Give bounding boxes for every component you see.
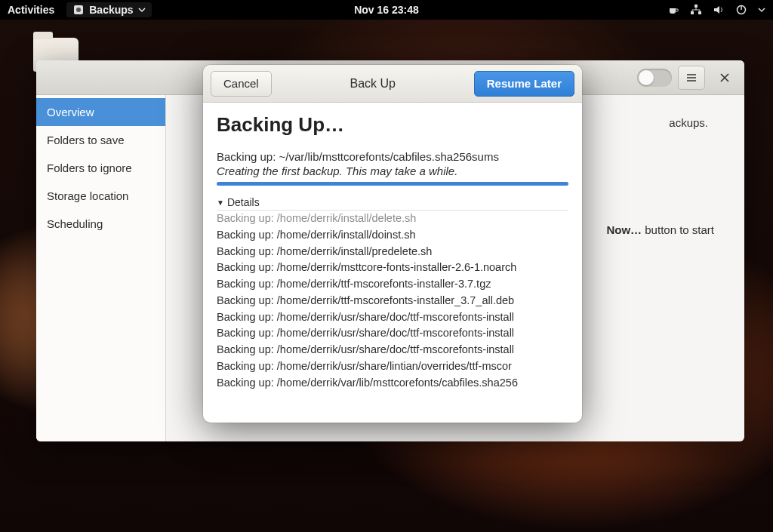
sidebar-item-overview[interactable]: Overview bbox=[36, 98, 165, 126]
sidebar-item-scheduling[interactable]: Scheduling bbox=[36, 210, 165, 238]
volume-icon bbox=[713, 4, 725, 16]
details-log[interactable]: Backing up: /home/derrik/install/delete.… bbox=[217, 210, 568, 415]
hamburger-menu-button[interactable] bbox=[678, 66, 705, 90]
log-line: Backing up: /home/derrik/usr/share/doc/t… bbox=[217, 325, 568, 342]
log-line: Backing up: /home/derrik/install/delete.… bbox=[217, 211, 568, 227]
dialog-header: Cancel Back Up Resume Later bbox=[203, 65, 582, 103]
triangle-down-icon: ▼ bbox=[217, 198, 224, 207]
resume-later-button[interactable]: Resume Later bbox=[474, 71, 574, 97]
cancel-button[interactable]: Cancel bbox=[211, 71, 272, 97]
sidebar-item-folders-to-save[interactable]: Folders to save bbox=[36, 126, 165, 154]
status-message: Creating the first backup. This may take… bbox=[217, 165, 568, 177]
log-line: Backing up: /home/derrik/ttf-mscorefonts… bbox=[217, 276, 568, 293]
dialog-title: Back Up bbox=[350, 77, 396, 91]
log-line: Backing up: /home/derrik/install/doinst.… bbox=[217, 227, 568, 244]
log-line: Backing up: /home/derrik/usr/share/linti… bbox=[217, 358, 568, 375]
content-text-fragment: ackups. bbox=[669, 116, 708, 129]
progress-fill bbox=[217, 182, 568, 186]
backup-progress-dialog: Cancel Back Up Resume Later Backing Up… … bbox=[203, 65, 582, 423]
app-menu[interactable]: Backups bbox=[66, 2, 151, 17]
log-line: Backing up: /home/derrik/ttf-mscorefonts… bbox=[217, 293, 568, 309]
app-menu-label: Backups bbox=[89, 4, 133, 16]
chevron-down-icon bbox=[138, 6, 146, 14]
content-text-fragment: Now… button to start bbox=[606, 223, 714, 236]
hamburger-icon bbox=[685, 72, 698, 84]
activities-button[interactable]: Activities bbox=[8, 4, 54, 16]
auto-backup-toggle[interactable] bbox=[637, 69, 672, 87]
power-icon bbox=[735, 4, 747, 16]
close-icon bbox=[719, 72, 730, 83]
safe-icon bbox=[72, 4, 85, 16]
current-file-label: Backing up: ~/var/lib/msttcorefonts/cabf… bbox=[217, 150, 568, 163]
sidebar-item-folders-to-ignore[interactable]: Folders to ignore bbox=[36, 154, 165, 182]
log-line: Backing up: /home/derrik/usr/share/doc/t… bbox=[217, 309, 568, 326]
chevron-down-icon bbox=[758, 6, 765, 14]
log-line: Backing up: /home/derrik/install/predele… bbox=[217, 244, 568, 260]
svg-rect-2 bbox=[694, 5, 698, 8]
network-icon bbox=[690, 4, 702, 16]
sidebar: OverviewFolders to saveFolders to ignore… bbox=[36, 95, 166, 441]
svg-rect-4 bbox=[698, 11, 701, 14]
close-button[interactable] bbox=[711, 66, 738, 90]
caffeine-icon bbox=[667, 4, 679, 16]
progress-bar bbox=[217, 182, 568, 186]
svg-point-1 bbox=[76, 8, 81, 12]
gnome-top-panel: Activities Backups Nov 16 23:48 bbox=[0, 0, 773, 20]
dialog-heading: Backing Up… bbox=[217, 113, 568, 137]
panel-clock[interactable]: Nov 16 23:48 bbox=[354, 4, 419, 16]
status-area[interactable] bbox=[667, 4, 765, 16]
log-line: Backing up: /home/derrik/usr/share/doc/t… bbox=[217, 342, 568, 358]
sidebar-item-storage-location[interactable]: Storage location bbox=[36, 182, 165, 210]
log-line: Backing up: /home/derrik/msttcore-fonts-… bbox=[217, 260, 568, 276]
details-expander[interactable]: ▼ Details bbox=[217, 196, 568, 208]
log-line: Backing up: /home/derrik/var/lib/msttcor… bbox=[217, 375, 568, 392]
svg-rect-3 bbox=[691, 11, 694, 14]
details-label: Details bbox=[227, 196, 260, 208]
